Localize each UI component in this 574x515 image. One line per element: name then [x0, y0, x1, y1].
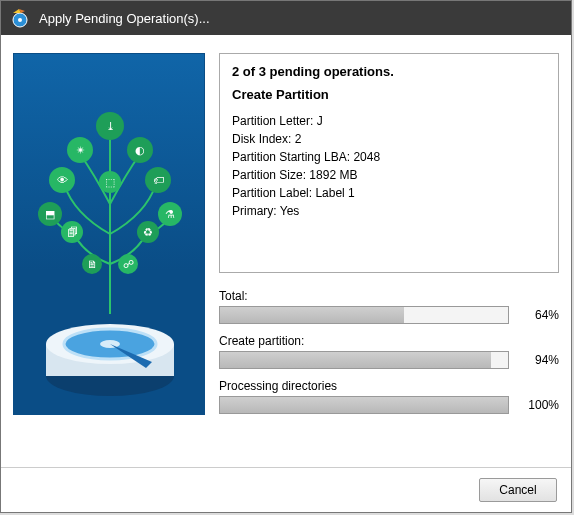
- progress-processing: Processing directories 100%: [219, 379, 559, 414]
- svg-text:⬚: ⬚: [105, 176, 115, 188]
- detail-label: Partition Label: Label 1: [232, 184, 546, 202]
- operation-details: Partition Letter: J Disk Index: 2 Partit…: [232, 112, 546, 220]
- svg-text:♻: ♻: [143, 226, 153, 238]
- sidebar-illustration: ⤓ ✴ ◐ 👁 🏷 ⬒ ⚗ 🗐 ♻ 🗎 ☍ ⬚: [13, 53, 205, 415]
- progress-processing-pct: 100%: [517, 398, 559, 412]
- titlebar: Apply Pending Operation(s)...: [1, 1, 571, 35]
- svg-text:◐: ◐: [135, 144, 145, 156]
- detail-disk-index: Disk Index: 2: [232, 130, 546, 148]
- progress-create-bar: [219, 351, 509, 369]
- progress-create: Create partition: 94%: [219, 334, 559, 369]
- svg-text:👁: 👁: [57, 174, 68, 186]
- progress-total-fill: [220, 307, 404, 323]
- progress-create-label: Create partition:: [219, 334, 559, 348]
- svg-point-1: [18, 18, 22, 22]
- svg-text:✴: ✴: [76, 144, 85, 156]
- svg-text:⬒: ⬒: [45, 208, 55, 220]
- progress-total-bar: [219, 306, 509, 324]
- dialog-footer: Cancel: [1, 467, 571, 512]
- svg-text:🏷: 🏷: [153, 174, 164, 186]
- right-pane: 2 of 3 pending operations. Create Partit…: [219, 53, 559, 459]
- content-area: ⤓ ✴ ◐ 👁 🏷 ⬒ ⚗ 🗐 ♻ 🗎 ☍ ⬚: [1, 35, 571, 467]
- dialog-window: Apply Pending Operation(s)...: [0, 0, 572, 513]
- detail-partition-letter: Partition Letter: J: [232, 112, 546, 130]
- progress-processing-label: Processing directories: [219, 379, 559, 393]
- svg-text:🗐: 🗐: [67, 226, 78, 238]
- app-icon: [9, 7, 31, 29]
- progress-create-pct: 94%: [517, 353, 559, 367]
- progress-total: Total: 64%: [219, 289, 559, 324]
- operation-name: Create Partition: [232, 87, 546, 102]
- detail-size: Partition Size: 1892 MB: [232, 166, 546, 184]
- operation-header: 2 of 3 pending operations.: [232, 64, 546, 79]
- progress-total-label: Total:: [219, 289, 559, 303]
- svg-text:🗎: 🗎: [87, 258, 98, 270]
- window-title: Apply Pending Operation(s)...: [39, 11, 210, 26]
- detail-primary: Primary: Yes: [232, 202, 546, 220]
- svg-text:⤓: ⤓: [106, 120, 115, 132]
- progress-total-pct: 64%: [517, 308, 559, 322]
- progress-section: Total: 64% Create partition: 94%: [219, 289, 559, 424]
- operation-info-box: 2 of 3 pending operations. Create Partit…: [219, 53, 559, 273]
- progress-processing-fill: [220, 397, 508, 413]
- cancel-button[interactable]: Cancel: [479, 478, 557, 502]
- svg-text:☍: ☍: [123, 258, 134, 270]
- svg-text:⚗: ⚗: [165, 208, 175, 220]
- detail-starting-lba: Partition Starting LBA: 2048: [232, 148, 546, 166]
- progress-create-fill: [220, 352, 491, 368]
- progress-processing-bar: [219, 396, 509, 414]
